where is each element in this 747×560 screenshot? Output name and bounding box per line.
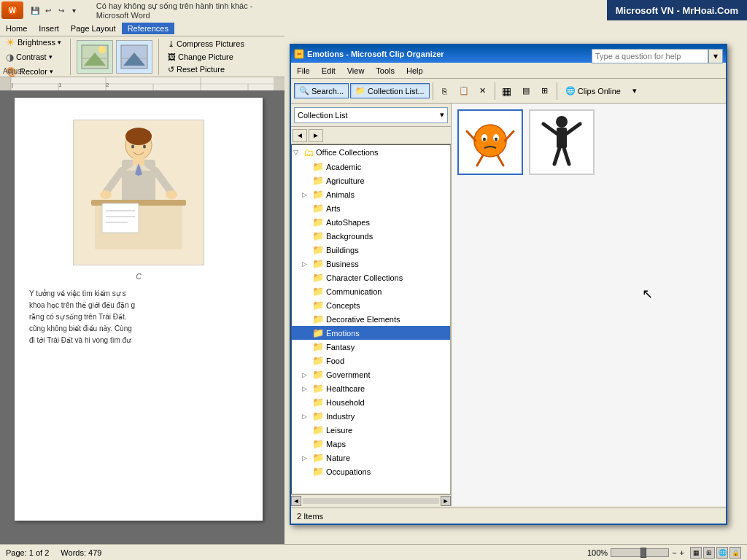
tree-item-leisure[interactable]: 📁 Leisure bbox=[292, 423, 450, 437]
tree-item-animals[interactable]: ▷ 📁 Animals bbox=[292, 187, 450, 201]
expand-icon: ▷ bbox=[302, 191, 312, 198]
svg-line-54 bbox=[543, 124, 557, 133]
collection-list-btn[interactable]: 📁 Collection List... bbox=[350, 83, 430, 98]
clip-toolbar: 🔍 Search... 📁 Collection List... ⎘ 📋 ✕ ▦… bbox=[291, 79, 726, 104]
help-input[interactable] bbox=[592, 49, 708, 63]
compress-pictures-btn[interactable]: ⤓ Compress Pictures bbox=[165, 38, 247, 50]
tree-item-communication[interactable]: 📁 Communication bbox=[292, 284, 450, 298]
view-icon[interactable]: ⊞ bbox=[703, 547, 715, 559]
horizontal-scrollbar[interactable]: ◄ ► bbox=[291, 494, 451, 506]
zoom-thumb[interactable] bbox=[640, 548, 646, 558]
customize-btn[interactable]: ▾ bbox=[69, 4, 80, 17]
svg-point-29 bbox=[100, 190, 112, 199]
zoom-control: 100% − + bbox=[587, 548, 684, 557]
tree-item-food[interactable]: 📁 Food bbox=[292, 354, 450, 368]
search-btn[interactable]: 🔍 Search... bbox=[294, 83, 349, 98]
tree-item-decorative-elements[interactable]: 📁 Decorative Elements bbox=[292, 312, 450, 326]
menu-tools[interactable]: Tools bbox=[370, 65, 400, 77]
sample-thumb-1[interactable] bbox=[77, 40, 113, 74]
scroll-left-btn[interactable]: ◄ bbox=[291, 496, 301, 506]
svg-rect-11 bbox=[274, 77, 285, 90]
recolor-dropdown[interactable]: ▾ bbox=[50, 68, 53, 75]
clips-online-btn[interactable]: 🌐 Clips Online bbox=[560, 83, 626, 98]
reset-picture-btn[interactable]: ↺ Reset Picture bbox=[165, 63, 247, 76]
right-panel: ↖ bbox=[452, 104, 726, 506]
thumbnail-emotion-orange[interactable] bbox=[457, 109, 523, 175]
menu-references[interactable]: References bbox=[122, 23, 174, 34]
redo-btn[interactable]: ↪ bbox=[55, 4, 67, 17]
zoom-slider[interactable] bbox=[611, 548, 669, 557]
layout-icon[interactable]: ▦ bbox=[690, 547, 702, 559]
undo-btn[interactable]: ↩ bbox=[42, 4, 54, 17]
menu-page-layout[interactable]: Page Layout bbox=[65, 23, 122, 34]
reset-icon: ↺ bbox=[168, 65, 174, 74]
contrast-dropdown[interactable]: ▾ bbox=[49, 53, 53, 61]
delete-btn[interactable]: ✕ bbox=[474, 83, 492, 98]
tree-container[interactable]: ▽ 🗂 Office Collections 📁 Academic 📁 Agri… bbox=[291, 144, 451, 494]
tree-item-government[interactable]: ▷ 📁 Government bbox=[292, 368, 450, 381]
tree-item-academic[interactable]: 📁 Academic bbox=[292, 160, 450, 174]
collection-icon: 📁 bbox=[355, 86, 365, 96]
expand-icon: ▷ bbox=[302, 454, 312, 462]
doc-text: Y tưởng về việc tìm kiếm sự s khoa học t… bbox=[29, 288, 248, 346]
office-button[interactable]: W bbox=[1, 1, 23, 19]
save-btn[interactable]: 💾 bbox=[29, 4, 41, 17]
help-dropdown-btn[interactable]: ▾ bbox=[708, 49, 723, 63]
tree-item-buildings[interactable]: 📁 Buildings bbox=[292, 243, 450, 257]
folder-icon: 📁 bbox=[312, 438, 324, 449]
menu-view[interactable]: View bbox=[341, 65, 371, 77]
tree-item-household[interactable]: 📁 Household bbox=[292, 395, 450, 409]
item-count: 2 Items bbox=[297, 512, 323, 521]
folder-icon: 📁 bbox=[312, 175, 324, 186]
svg-rect-33 bbox=[102, 203, 139, 233]
zoom-plus[interactable]: + bbox=[680, 548, 684, 557]
menu-edit[interactable]: Edit bbox=[316, 65, 341, 77]
toolbar-separator-2 bbox=[495, 82, 495, 100]
tree-item-backgrounds[interactable]: 📁 Backgrounds bbox=[292, 229, 450, 243]
tree-item-autoshapes[interactable]: 📁 AutoShapes bbox=[292, 215, 450, 229]
nav-forward-btn[interactable]: ► bbox=[309, 129, 323, 142]
tree-item-agriculture[interactable]: 📁 Agriculture bbox=[292, 174, 450, 187]
folder-icon: 📁 bbox=[312, 272, 324, 283]
paste-btn[interactable]: 📋 bbox=[455, 83, 473, 98]
view-btn-3[interactable]: ⊞ bbox=[536, 83, 554, 98]
tree-item-office-collections[interactable]: ▽ 🗂 Office Collections bbox=[292, 145, 450, 160]
collection-panel: Collection List ▾ ◄ ► ▽ 🗂 Office Collect… bbox=[291, 104, 452, 506]
tree-item-character-collections[interactable]: 📁 Character Collections bbox=[292, 271, 450, 284]
brightness-btn[interactable]: ☀ Brightness ▾ bbox=[3, 35, 64, 50]
scroll-right-btn[interactable]: ► bbox=[441, 496, 451, 506]
tree-item-occupations[interactable]: 📁 Occupations bbox=[292, 464, 450, 478]
tree-item-emotions[interactable]: 📁 Emotions bbox=[292, 326, 450, 340]
thumbnail-person-silhouette[interactable] bbox=[529, 109, 595, 175]
view-btn-2[interactable]: ▤ bbox=[517, 83, 535, 98]
zoom-minus[interactable]: − bbox=[672, 548, 676, 557]
help-arrow-btn[interactable]: ▾ bbox=[627, 83, 642, 98]
change-picture-btn[interactable]: 🖼 Change Picture bbox=[165, 51, 247, 63]
tree-item-healthcare[interactable]: ▷ 📁 Healthcare bbox=[292, 381, 450, 395]
thumbnail-panel[interactable] bbox=[452, 104, 726, 506]
tree-item-maps[interactable]: 📁 Maps bbox=[292, 437, 450, 451]
contrast-btn[interactable]: ◑ Contrast ▾ bbox=[3, 50, 64, 64]
tree-item-industry[interactable]: ▷ 📁 Industry bbox=[292, 409, 450, 423]
brightness-dropdown[interactable]: ▾ bbox=[58, 39, 61, 46]
sample-thumb-2[interactable] bbox=[116, 40, 152, 74]
copy-btn[interactable]: ⎘ bbox=[436, 84, 454, 98]
menu-home[interactable]: Home bbox=[0, 23, 33, 34]
dropdown-arrow-icon: ▾ bbox=[440, 110, 444, 120]
menu-file[interactable]: File bbox=[291, 65, 316, 77]
nav-back-btn[interactable]: ◄ bbox=[293, 129, 307, 142]
tree-item-concepts[interactable]: 📁 Concepts bbox=[292, 298, 450, 312]
menu-help[interactable]: Help bbox=[400, 65, 429, 77]
web-icon[interactable]: 🌐 bbox=[716, 547, 728, 559]
tree-item-nature[interactable]: ▷ 📁 Nature bbox=[292, 451, 450, 464]
collection-dropdown[interactable]: Collection List ▾ bbox=[294, 107, 448, 123]
tree-item-arts[interactable]: 📁 Arts bbox=[292, 201, 450, 215]
menu-insert[interactable]: Insert bbox=[33, 23, 65, 34]
adjust-label: Adjust bbox=[3, 67, 23, 75]
security-icon[interactable]: 🔒 bbox=[729, 547, 741, 559]
tree-item-business[interactable]: ▷ 📁 Business bbox=[292, 257, 450, 271]
svg-point-47 bbox=[495, 138, 498, 141]
view-btn-1[interactable]: ▦ bbox=[498, 82, 516, 100]
scroll-track bbox=[303, 498, 439, 504]
tree-item-fantasy[interactable]: 📁 Fantasy bbox=[292, 340, 450, 354]
